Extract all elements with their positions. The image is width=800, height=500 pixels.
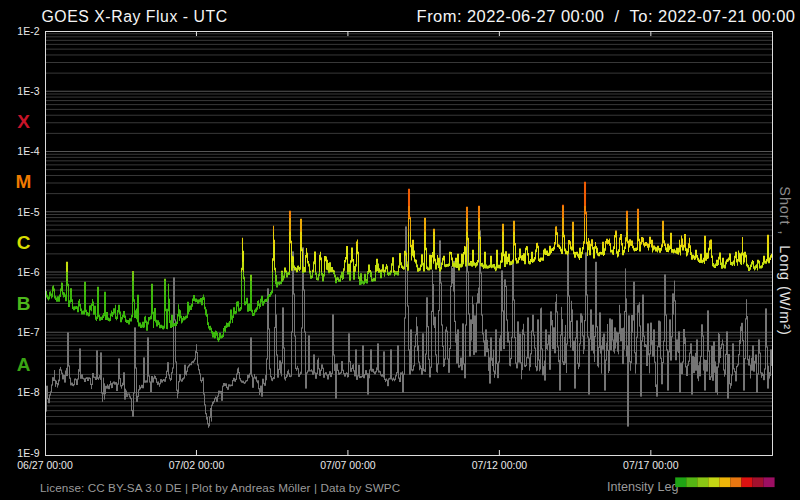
svg-text:1E-7: 1E-7 <box>17 326 39 338</box>
svg-text:1E-2: 1E-2 <box>17 25 39 37</box>
svg-text:M: M <box>16 171 32 192</box>
svg-text:From: 2022-06-27 00:00 / To:: From: 2022-06-27 00:00 / To: 2022-07-21 … <box>417 7 796 25</box>
svg-text:C: C <box>17 232 31 253</box>
svg-text:1E-6: 1E-6 <box>17 266 39 278</box>
svg-text:07/02 00:00: 07/02 00:00 <box>169 459 225 471</box>
svg-text:1E-4: 1E-4 <box>17 145 39 157</box>
svg-text:Intensity Leg: Intensity Leg <box>607 480 678 494</box>
svg-text:X: X <box>17 111 30 132</box>
svg-text:1E-8: 1E-8 <box>17 386 39 398</box>
svg-text:License: CC BY-SA 3.0 DE | Plo: License: CC BY-SA 3.0 DE | Plot by Andre… <box>40 481 400 494</box>
svg-text:07/17 00:00: 07/17 00:00 <box>623 459 679 471</box>
svg-text:1E-5: 1E-5 <box>17 206 39 218</box>
svg-text:06/27 00:00: 06/27 00:00 <box>17 459 73 471</box>
svg-text:07/12 00:00: 07/12 00:00 <box>472 459 528 471</box>
svg-text:1E-3: 1E-3 <box>17 85 39 97</box>
svg-text:Short , Long (W/m²): Short , Long (W/m²) <box>777 186 793 335</box>
svg-text:B: B <box>17 293 31 314</box>
svg-text:1E-9: 1E-9 <box>17 447 39 459</box>
svg-text:GOES X-Ray Flux - UTC: GOES X-Ray Flux - UTC <box>42 8 228 25</box>
svg-text:A: A <box>17 354 31 375</box>
svg-text:07/07 00:00: 07/07 00:00 <box>320 459 376 471</box>
